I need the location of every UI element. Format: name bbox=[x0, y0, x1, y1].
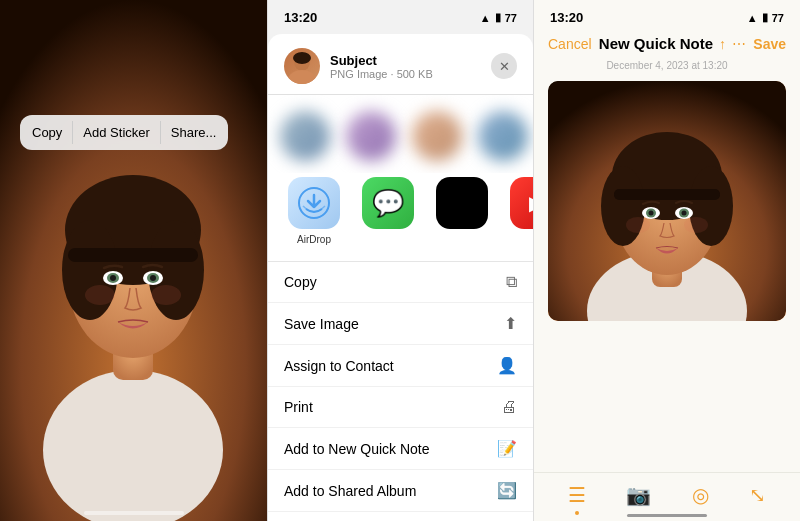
svg-point-35 bbox=[684, 217, 708, 233]
note-content bbox=[534, 81, 800, 321]
status-time: 13:20 bbox=[284, 10, 317, 25]
app-youtube[interactable]: ▶ bbox=[510, 177, 533, 245]
battery-percent: 77 bbox=[505, 12, 517, 24]
toolbar-camera-button[interactable]: 📷 bbox=[626, 483, 651, 507]
contact-avatar-4[interactable] bbox=[478, 111, 528, 161]
share-file-info: PNG Image · 500 KB bbox=[330, 68, 481, 80]
action-watch-face[interactable]: Create Watch Face ⌚ bbox=[268, 512, 533, 521]
panel3-home-indicator bbox=[627, 514, 707, 517]
tiktok-icon-bg: ♪ bbox=[436, 177, 488, 229]
svg-point-25 bbox=[601, 166, 645, 246]
panel3-status-time: 13:20 bbox=[550, 10, 583, 25]
toolbar-external-button[interactable]: ⤡ bbox=[749, 483, 766, 507]
quick-note-icon: 📝 bbox=[497, 439, 517, 458]
svg-point-5 bbox=[62, 220, 118, 320]
note-portrait-image bbox=[548, 81, 786, 321]
context-add-sticker-button[interactable]: Add Sticker bbox=[73, 121, 160, 144]
action-copy[interactable]: Copy ⧉ bbox=[268, 262, 533, 303]
svg-point-14 bbox=[85, 285, 115, 305]
svg-point-10 bbox=[110, 275, 116, 281]
contact-avatar-1[interactable] bbox=[280, 111, 330, 161]
more-button[interactable]: ⋯ bbox=[732, 36, 746, 52]
svg-rect-27 bbox=[614, 189, 720, 200]
nav-title-group: New Quick Note ↑ ⋯ bbox=[599, 35, 746, 52]
save-button[interactable]: Save bbox=[753, 36, 786, 52]
youtube-icon-bg: ▶ bbox=[510, 177, 533, 229]
panel3-status-bar: 13:20 ▲ ▮ 77 bbox=[534, 0, 800, 31]
svg-point-30 bbox=[649, 211, 654, 216]
panel1-photo-view: Copy Add Sticker Share... bbox=[0, 0, 267, 521]
messages-icon-bg: 💬 bbox=[362, 177, 414, 229]
assign-contact-icon: 👤 bbox=[497, 356, 517, 375]
photo-background bbox=[0, 0, 267, 521]
share-close-button[interactable]: ✕ bbox=[491, 53, 517, 79]
contact-avatar-3[interactable] bbox=[412, 111, 462, 161]
svg-point-33 bbox=[682, 211, 687, 216]
checklist-icon: ☰ bbox=[568, 483, 586, 507]
note-date: December 4, 2023 at 13:20 bbox=[534, 60, 800, 81]
note-photo bbox=[548, 81, 786, 321]
panel3-battery-icon: ▮ bbox=[762, 11, 768, 24]
airdrop-icon-bg bbox=[288, 177, 340, 229]
app-tiktok[interactable]: ♪ bbox=[436, 177, 488, 245]
contact-avatar-2[interactable] bbox=[346, 111, 396, 161]
share-sheet-header: Subject PNG Image · 500 KB ✕ bbox=[268, 34, 533, 95]
external-link-icon: ⤡ bbox=[749, 483, 766, 507]
action-save-image-label: Save Image bbox=[284, 316, 359, 332]
battery-icon: ▮ bbox=[495, 11, 501, 24]
share-button[interactable]: ↑ bbox=[719, 36, 726, 52]
action-shared-album[interactable]: Add to Shared Album 🔄 bbox=[268, 470, 533, 512]
svg-point-6 bbox=[148, 220, 204, 320]
svg-point-18 bbox=[293, 52, 311, 64]
print-icon: 🖨 bbox=[501, 398, 517, 416]
wifi-icon: ▲ bbox=[480, 12, 491, 24]
context-share-button[interactable]: Share... bbox=[161, 121, 227, 144]
action-assign-contact[interactable]: Assign to Contact 👤 bbox=[268, 345, 533, 387]
copy-icon: ⧉ bbox=[506, 273, 517, 291]
share-title-group: Subject PNG Image · 500 KB bbox=[330, 53, 481, 80]
action-list: Copy ⧉ Save Image ⬆ Assign to Contact 👤 … bbox=[268, 261, 533, 521]
status-icons: ▲ ▮ 77 bbox=[480, 11, 517, 24]
toolbar-checklist-button[interactable]: ☰ bbox=[568, 483, 586, 507]
status-bar: 13:20 ▲ ▮ 77 bbox=[268, 0, 533, 31]
action-print-label: Print bbox=[284, 399, 313, 415]
note-toolbar: ☰ 📷 ◎ ⤡ bbox=[534, 472, 800, 507]
save-image-icon: ⬆ bbox=[504, 314, 517, 333]
context-menu: Copy Add Sticker Share... bbox=[20, 115, 228, 150]
panel3-quick-note: 13:20 ▲ ▮ 77 Cancel New Quick Note ↑ ⋯ S… bbox=[534, 0, 800, 521]
contacts-row bbox=[268, 95, 533, 173]
home-indicator bbox=[84, 511, 184, 515]
apps-row: AirDrop 💬 ♪ ▶ bbox=[268, 173, 533, 261]
close-icon: ✕ bbox=[499, 59, 510, 74]
sender-avatar bbox=[284, 48, 320, 84]
action-quick-note-label: Add to New Quick Note bbox=[284, 441, 430, 457]
action-copy-label: Copy bbox=[284, 274, 317, 290]
note-title: New Quick Note bbox=[599, 35, 713, 52]
portrait-image bbox=[0, 0, 267, 521]
youtube-icon: ▶ bbox=[529, 191, 534, 215]
messages-icon: 💬 bbox=[372, 188, 404, 219]
context-copy-button[interactable]: Copy bbox=[22, 121, 73, 144]
panel3-navbar: Cancel New Quick Note ↑ ⋯ Save bbox=[534, 31, 800, 60]
app-messages[interactable]: 💬 bbox=[362, 177, 414, 245]
toolbar-location-button[interactable]: ◎ bbox=[692, 483, 709, 507]
svg-rect-7 bbox=[68, 248, 198, 262]
action-add-quick-note[interactable]: Add to New Quick Note 📝 bbox=[268, 428, 533, 470]
tiktok-icon: ♪ bbox=[456, 188, 469, 219]
app-airdrop[interactable]: AirDrop bbox=[288, 177, 340, 245]
camera-icon: 📷 bbox=[626, 483, 651, 507]
panel3-battery-percent: 77 bbox=[772, 12, 784, 24]
action-shared-album-label: Add to Shared Album bbox=[284, 483, 416, 499]
action-print[interactable]: Print 🖨 bbox=[268, 387, 533, 428]
action-save-image[interactable]: Save Image ⬆ bbox=[268, 303, 533, 345]
location-icon: ◎ bbox=[692, 483, 709, 507]
shared-album-icon: 🔄 bbox=[497, 481, 517, 500]
cancel-button[interactable]: Cancel bbox=[548, 36, 592, 52]
svg-point-13 bbox=[150, 275, 156, 281]
svg-point-26 bbox=[689, 166, 733, 246]
svg-point-15 bbox=[151, 285, 181, 305]
airdrop-label: AirDrop bbox=[297, 234, 331, 245]
share-sheet-modal: Subject PNG Image · 500 KB ✕ bbox=[268, 34, 533, 521]
share-sender-name: Subject bbox=[330, 53, 481, 68]
airdrop-icon bbox=[298, 187, 330, 219]
